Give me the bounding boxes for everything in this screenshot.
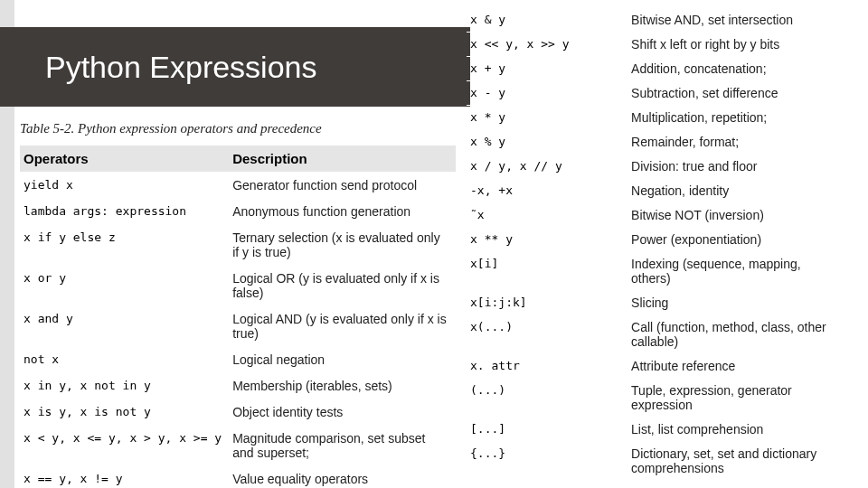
description-cell: Call (function, method, class, other cal… (627, 315, 850, 354)
operator-cell: x * y (467, 106, 627, 130)
description-cell: Multiplication, repetition; (627, 106, 850, 130)
table-row: x. attrAttribute reference (467, 354, 850, 379)
description-cell: Membership (iterables, sets) (229, 373, 456, 399)
table-row: x - ySubtraction, set difference (467, 81, 850, 106)
description-cell: Dictionary, set, set and dictionary comp… (627, 442, 850, 481)
table-row: x or yLogical OR (y is evaluated only if… (20, 266, 456, 306)
operators-table-right: x & yBitwise AND, set intersectionx << y… (467, 7, 850, 480)
description-cell: Logical OR (y is evaluated only if x is … (229, 266, 456, 306)
table-row: x == y, x != yValue equality operators (20, 466, 456, 489)
table-row: x % yRemainder, format; (467, 130, 850, 155)
operator-cell: x % y (467, 130, 627, 155)
description-cell: Subtraction, set difference (627, 81, 850, 106)
operator-cell: x ** y (467, 228, 627, 252)
operator-cell: {...} (467, 442, 627, 481)
table-row: x is y, x is not yObject identity tests (20, 399, 456, 426)
operator-cell: x << y, x >> y (467, 33, 627, 57)
description-cell: Logical negation (229, 347, 456, 373)
table-row: x in y, x not in yMembership (iterables,… (20, 373, 456, 399)
slide: Python Expressions Table 5-2. Python exp… (0, 0, 868, 488)
operators-table-left: Operators Description yield xGenerator f… (20, 145, 456, 488)
description-cell: Negation, identity (627, 179, 850, 203)
description-cell: Bitwise NOT (inversion) (627, 203, 850, 228)
description-cell: Shift x left or right by y bits (627, 33, 850, 57)
description-cell: Addition, concatenation; (627, 57, 850, 81)
description-cell: Attribute reference (627, 354, 850, 379)
operator-cell: x in y, x not in y (20, 373, 229, 399)
table-row: x & yBitwise AND, set intersection (467, 8, 850, 33)
col-header-operators: Operators (20, 145, 229, 173)
table-caption: Table 5-2. Python expression operators a… (20, 121, 456, 136)
operator-cell: x - y (467, 81, 627, 106)
page-title: Python Expressions (18, 50, 317, 85)
table-row: x + yAddition, concatenation; (467, 57, 850, 81)
table-row: -x, +xNegation, identity (467, 179, 850, 203)
table-row: x / y, x // yDivision: true and floor (467, 155, 850, 179)
description-cell: Magnitude comparison, set subset and sup… (229, 426, 456, 466)
table-row: x < y, x <= y, x > y, x >= yMagnitude co… (20, 426, 456, 466)
table-row: x ** yPower (exponentiation) (467, 228, 850, 252)
operator-cell: x & y (467, 8, 627, 33)
description-cell: Division: true and floor (627, 155, 850, 179)
table-row: x[i]Indexing (sequence, mapping, others) (467, 252, 850, 291)
description-cell: Bitwise AND, set intersection (627, 8, 850, 33)
operator-cell: x if y else z (20, 225, 229, 266)
table-row: yield xGenerator function send protocol (20, 173, 456, 199)
operator-cell: [...] (467, 418, 627, 442)
operator-cell: -x, +x (467, 179, 627, 203)
table-row: not xLogical negation (20, 347, 456, 373)
description-cell: Logical AND (y is evaluated only if x is… (229, 306, 456, 347)
table-row: x * yMultiplication, repetition; (467, 106, 850, 130)
table-row: ˜xBitwise NOT (inversion) (467, 203, 850, 228)
operator-cell: (...) (467, 379, 627, 418)
operator-cell: x[i] (467, 252, 627, 291)
description-cell: Ternary selection (x is evaluated only i… (229, 225, 456, 266)
table-row: x[i:j:k]Slicing (467, 291, 850, 315)
description-cell: Object identity tests (229, 399, 456, 426)
description-cell: Anonymous function generation (229, 199, 456, 225)
operator-cell: x is y, x is not y (20, 399, 229, 426)
operator-cell: x / y, x // y (467, 155, 627, 179)
operator-cell: x == y, x != y (20, 466, 229, 489)
operator-cell: x and y (20, 306, 229, 347)
operator-cell: lambda args: expression (20, 199, 229, 225)
title-band: Python Expressions (18, 27, 470, 107)
table-row: x << y, x >> yShift x left or right by y… (467, 33, 850, 57)
operator-cell: x[i:j:k] (467, 291, 627, 315)
table-row: (...)Tuple, expression, generator expres… (467, 379, 850, 418)
table-row: [...]List, list comprehension (467, 418, 850, 442)
table-row: {...}Dictionary, set, set and dictionary… (467, 442, 850, 481)
table-row: x if y else zTernary selection (x is eva… (20, 225, 456, 266)
description-cell: Power (exponentiation) (627, 228, 850, 252)
operator-cell: x or y (20, 266, 229, 306)
description-cell: Value equality operators (229, 466, 456, 489)
table-row: x(...)Call (function, method, class, oth… (467, 315, 850, 354)
operator-cell: not x (20, 347, 229, 373)
description-cell: Generator function send protocol (229, 173, 456, 199)
operator-cell: yield x (20, 173, 229, 199)
table-row: x and yLogical AND (y is evaluated only … (20, 306, 456, 347)
col-header-description: Description (229, 145, 456, 173)
operator-cell: x + y (467, 57, 627, 81)
description-cell: Tuple, expression, generator expression (627, 379, 850, 418)
description-cell: Slicing (627, 291, 850, 315)
description-cell: List, list comprehension (627, 418, 850, 442)
description-cell: Indexing (sequence, mapping, others) (627, 252, 850, 291)
operator-cell: x(...) (467, 315, 627, 354)
table-row: lambda args: expressionAnonymous functio… (20, 199, 456, 225)
operator-cell: ˜x (467, 203, 627, 228)
description-cell: Remainder, format; (627, 130, 850, 155)
operator-cell: x. attr (467, 354, 627, 379)
right-column: x & yBitwise AND, set intersectionx << y… (467, 7, 850, 480)
left-column: Table 5-2. Python expression operators a… (20, 121, 456, 488)
operator-cell: x < y, x <= y, x > y, x >= y (20, 426, 229, 466)
